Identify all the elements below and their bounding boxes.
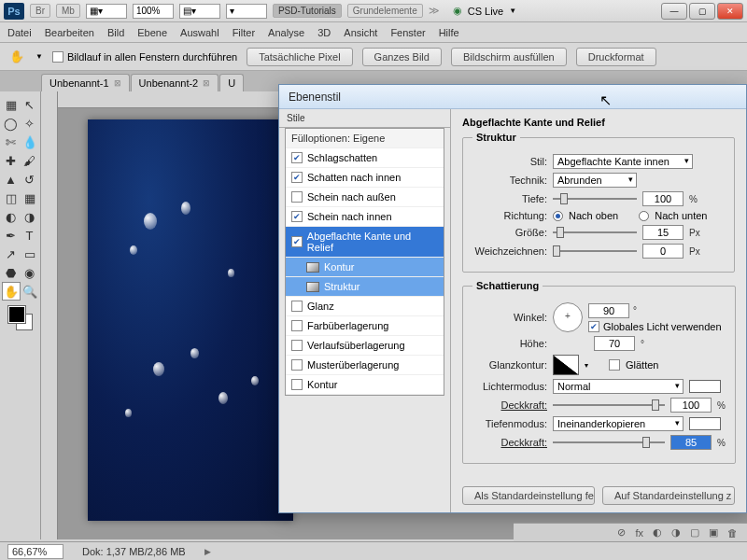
menu-3d[interactable]: 3D	[317, 27, 331, 38]
cslive-button[interactable]: CS Live	[468, 6, 504, 17]
mask-icon[interactable]: ◐	[653, 526, 662, 539]
print-size-button[interactable]: Druckformat	[576, 48, 656, 66]
style-outerglow[interactable]: Schein nach außen	[286, 188, 444, 207]
eraser-tool[interactable]: ◫	[2, 189, 21, 207]
fit-screen-button[interactable]: Ganzes Bild	[362, 48, 442, 66]
3d-tool[interactable]: ⬣	[2, 263, 21, 282]
menu-analyse[interactable]: Analyse	[268, 27, 304, 38]
wand-tool[interactable]: ✧	[21, 114, 39, 133]
adjustment-icon[interactable]: ◑	[671, 526, 681, 539]
hoehe-input[interactable]: 70	[594, 336, 635, 351]
deck1-input[interactable]: 100	[670, 398, 712, 413]
menu-fenster[interactable]: Fenster	[390, 27, 425, 38]
style-dropshadow[interactable]: ✔Schlagschatten	[286, 148, 444, 168]
deck1-slider[interactable]	[553, 399, 665, 412]
stamp-tool[interactable]: ▲	[2, 170, 21, 189]
blur-tool[interactable]: ◐	[2, 207, 21, 226]
menu-bild[interactable]: Bild	[107, 27, 124, 38]
workspace-tab-2[interactable]: Grundelemente	[347, 4, 423, 18]
reset-default-button[interactable]: Auf Standardeinstellung z	[602, 486, 735, 505]
hand-tool[interactable]: ✋	[2, 282, 21, 301]
menu-auswahl[interactable]: Auswahl	[180, 27, 219, 38]
workspace-tab-1[interactable]: PSD-Tutorials	[273, 4, 342, 18]
close-icon[interactable]: ⊠	[203, 78, 210, 88]
zoom-field[interactable]: 66,67%	[7, 544, 63, 559]
fill-screen-button[interactable]: Bildschirm ausfüllen	[451, 48, 567, 66]
style-patternoverlay[interactable]: Musterüberlagerung	[286, 356, 444, 375]
path-tool[interactable]: ↗	[2, 245, 21, 263]
tiefenmodus-dd[interactable]: Ineinanderkopieren	[553, 416, 684, 431]
dodge-tool[interactable]: ◑	[21, 207, 39, 226]
style-bevel[interactable]: ✔Abgeflachte Kante und Relief	[286, 227, 444, 258]
menu-ansicht[interactable]: Ansicht	[344, 27, 377, 38]
weich-slider[interactable]	[553, 245, 637, 258]
extras-dd[interactable]: ▾	[226, 4, 267, 19]
fill-options[interactable]: Fülloptionen: Eigene	[286, 129, 444, 148]
lasso-tool[interactable]: ◯	[2, 114, 21, 133]
folder-icon[interactable]: ▢	[690, 526, 699, 539]
menu-hilfe[interactable]: Hilfe	[439, 27, 459, 38]
style-bevel-texture[interactable]: Struktur	[286, 277, 444, 297]
brush-tool[interactable]: 🖌	[21, 151, 39, 170]
groesse-input[interactable]: 15	[642, 225, 684, 240]
global-light-checkbox[interactable]: ✔	[588, 321, 599, 332]
lichtermodus-dd[interactable]: Normal	[553, 379, 684, 394]
tiefe-input[interactable]: 100	[642, 191, 684, 206]
style-gradoverlay[interactable]: Verlaufsüberlagerung	[286, 336, 444, 356]
trash-icon[interactable]: 🗑	[727, 527, 738, 539]
gloss-contour[interactable]	[553, 355, 579, 375]
style-satin[interactable]: Glanz	[286, 297, 444, 316]
richtung-down-radio[interactable]	[639, 211, 649, 221]
link-icon[interactable]: ⊘	[617, 526, 626, 539]
style-bevel-contour[interactable]: Kontur	[286, 258, 444, 277]
move-tool[interactable]: ↖	[21, 95, 39, 114]
heal-tool[interactable]: ✚	[2, 151, 21, 170]
screen-mode-dd[interactable]: ▦▾	[86, 4, 127, 19]
highlight-color[interactable]	[689, 380, 721, 393]
menu-bearbeiten[interactable]: Bearbeiten	[45, 27, 94, 38]
menu-datei[interactable]: Datei	[7, 27, 32, 38]
doc-tab-3[interactable]: U	[219, 74, 244, 91]
style-stroke[interactable]: Kontur	[286, 375, 444, 395]
style-innershadow[interactable]: ✔Schatten nach innen	[286, 168, 444, 188]
color-swatch[interactable]	[8, 306, 33, 330]
zoom-dd[interactable]: 100%	[133, 4, 174, 19]
scroll-all-checkbox[interactable]	[52, 51, 63, 63]
glaetten-checkbox[interactable]	[609, 359, 620, 371]
new-layer-icon[interactable]: ▣	[709, 526, 718, 539]
weich-input[interactable]: 0	[642, 244, 684, 259]
angle-dial[interactable]	[553, 302, 583, 332]
style-coloroverlay[interactable]: Farbüberlagerung	[286, 316, 444, 336]
deck2-input[interactable]: 85	[670, 435, 712, 450]
shadow-color[interactable]	[689, 417, 721, 430]
menu-filter[interactable]: Filter	[233, 27, 255, 38]
menu-ebene[interactable]: Ebene	[137, 27, 167, 38]
canvas[interactable]	[88, 119, 293, 521]
shape-tool[interactable]: ▭	[21, 245, 39, 263]
hand-tool-icon[interactable]: ✋	[7, 48, 26, 66]
close-icon[interactable]: ⊠	[114, 78, 121, 88]
move-tool[interactable]: ▦	[2, 95, 21, 114]
doc-tab-2[interactable]: Unbenannt-2⊠	[131, 74, 219, 91]
groesse-slider[interactable]	[553, 226, 637, 239]
deck2-slider[interactable]	[553, 436, 665, 449]
fx-icon[interactable]: fx	[635, 527, 643, 539]
tiefe-slider[interactable]	[553, 192, 637, 205]
stil-dropdown[interactable]: Abgeflachte Kante innen	[553, 154, 693, 169]
winkel-input[interactable]: 90	[588, 303, 629, 318]
zoom-tool[interactable]: 🔍	[21, 282, 39, 301]
pen-tool[interactable]: ✒	[2, 226, 21, 245]
type-tool[interactable]: T	[21, 226, 39, 245]
doc-tab-1[interactable]: Unbenannt-1⊠	[41, 74, 130, 91]
eyedropper-tool[interactable]: 💧	[21, 133, 39, 151]
bridge-button[interactable]: Br	[30, 4, 50, 18]
close-button[interactable]: ✕	[717, 3, 743, 20]
crop-tool[interactable]: ✄	[2, 133, 21, 151]
dialog-title[interactable]: Ebenenstil	[279, 85, 746, 109]
richtung-up-radio[interactable]	[553, 211, 563, 221]
make-default-button[interactable]: Als Standardeinstellung festlegen	[462, 486, 595, 505]
technik-dropdown[interactable]: Abrunden	[553, 173, 637, 188]
minibridge-button[interactable]: Mb	[56, 4, 80, 18]
arrange-dd[interactable]: ▤▾	[179, 4, 220, 19]
actual-pixels-button[interactable]: Tatsächliche Pixel	[247, 48, 352, 66]
